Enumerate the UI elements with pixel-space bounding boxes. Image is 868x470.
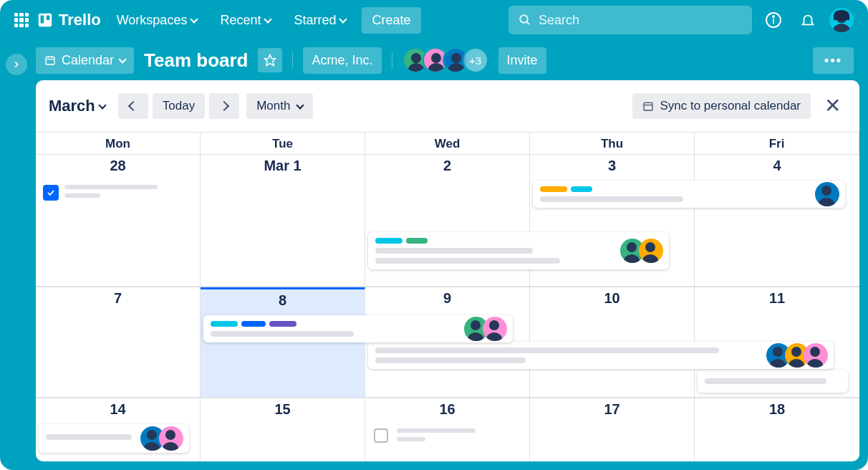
member-avatar-icon [159,426,183,451]
calendar-view: March Today Month Sync to personal calen… [36,80,859,461]
calendar-card[interactable] [203,315,513,342]
month-picker[interactable]: March [49,97,105,115]
day-header: Thu [530,133,695,154]
workspaces-menu[interactable]: Workspaces [110,9,205,32]
calendar-cell[interactable]: 18 [695,398,859,461]
today-button[interactable]: Today [153,93,205,119]
calendar-cell[interactable]: 15 [201,398,365,461]
svg-line-4 [526,21,529,24]
calendar-card[interactable] [368,232,669,269]
calendar-cell[interactable]: 7 [36,287,201,398]
trello-logo[interactable]: Trello [37,11,101,29]
calendar-cell[interactable]: 14 [36,398,201,461]
day-header: Tue [201,133,365,154]
app-switcher-icon[interactable] [14,13,29,27]
notifications-icon[interactable] [795,7,821,33]
view-switcher[interactable]: Calendar [36,47,134,74]
day-header: Wed [365,133,530,154]
empty-checkbox-icon [374,428,388,443]
checkbox-icon [43,185,59,201]
board-members: +3 [402,47,488,73]
svg-point-3 [520,15,528,23]
range-picker[interactable]: Month [246,93,313,119]
svg-rect-2 [47,16,50,20]
member-avatar-icon [815,182,839,206]
organization-link[interactable]: Acme, Inc. [303,47,381,74]
info-icon[interactable] [761,7,786,33]
svg-rect-13 [644,102,652,110]
svg-point-7 [773,16,774,17]
board-title[interactable]: Team board [144,49,248,72]
svg-marker-12 [265,55,276,66]
day-header: Fri [695,133,859,154]
calendar-cell[interactable]: 9 [365,287,530,398]
sync-calendar-button[interactable]: Sync to personal calendar [632,93,811,119]
invite-button[interactable]: Invite [498,47,546,74]
calendar-cell[interactable]: Mar 1 [201,155,365,287]
starred-menu[interactable]: Starred [286,9,353,32]
close-calendar-button[interactable]: ✕ [818,92,847,120]
extra-members-count[interactable]: +3 [463,47,488,73]
calendar-card[interactable] [39,424,189,453]
calendar-card[interactable] [533,181,845,208]
svg-rect-8 [46,57,54,64]
calendar-card[interactable] [698,370,848,393]
user-avatar[interactable] [829,8,854,32]
board-bar: Calendar Team board Acme, Inc. +3 Invite… [0,40,868,80]
calendar-cell[interactable]: 17 [530,398,695,461]
calendar-cell-today[interactable]: 8 [201,287,365,398]
create-button[interactable]: Create [362,7,420,34]
sidebar-toggle[interactable] [6,54,27,75]
logo-text: Trello [59,11,101,29]
calendar-card[interactable] [368,342,834,369]
member-avatar-icon [483,317,507,341]
recent-menu[interactable]: Recent [213,9,278,32]
svg-rect-0 [39,14,52,27]
show-menu-button[interactable]: ••• [813,47,854,74]
member-avatar-icon [804,343,828,368]
prev-period-button[interactable] [118,93,148,119]
top-navbar: Trello Workspaces Recent Starred Create … [0,0,868,40]
svg-rect-1 [41,16,44,24]
calendar-cell[interactable]: 2 [365,155,530,287]
calendar-cell[interactable]: 28 [36,155,201,287]
calendar-cell[interactable]: 4 [695,155,859,287]
star-board-button[interactable] [258,48,282,72]
day-header: Mon [36,133,201,154]
search-input[interactable]: Search [508,6,752,34]
calendar-cell[interactable]: 16 [365,398,530,461]
member-avatar-icon [639,239,663,263]
next-period-button[interactable] [209,93,239,119]
